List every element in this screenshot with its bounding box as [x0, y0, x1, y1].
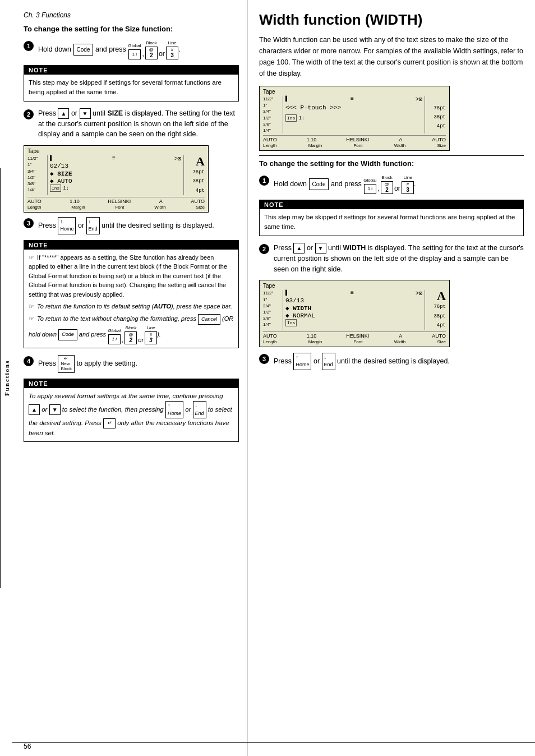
code-key-r: Code — [309, 178, 329, 190]
key-r3: #3 — [402, 181, 414, 194]
left-column: Ch. 3 Functions To change the setting fo… — [12, 0, 248, 756]
side-tab-label: Functions — [3, 360, 10, 396]
lcd-header-3: Tape — [263, 283, 446, 289]
lcd-bottom-bar-3: AUTO 1.10 HELSINKI A AUTO — [263, 331, 446, 339]
page-number: 56 — [24, 743, 31, 750]
key-group-r1: Global 1 i , Block @2 or Line #3 — [363, 174, 414, 194]
step-4-text: Press ↵NewBlock to apply the setting. — [38, 355, 137, 372]
global-key-wrap: Global 1 i — [128, 43, 141, 59]
key-r1: 1 i — [364, 184, 376, 194]
lcd-body-2: 11/2" 1" 3/4" 1/2" 3/8" 1/4" ▌ ≡ >⊠ << — [263, 96, 446, 133]
cancel-key: Cancel — [198, 314, 220, 325]
note-box-3: NOTE To apply several format settings at… — [24, 379, 239, 442]
right-step-2: 2 Press ▲ or ▼ until WIDTH is displayed.… — [259, 243, 524, 275]
note-body-r1: This step may be skipped if settings for… — [260, 209, 523, 236]
key-1: 1 i — [128, 49, 141, 59]
line-key-wrap: Line #3 — [166, 40, 178, 59]
note-box-2: NOTE If "*****" appears as a setting, th… — [24, 240, 239, 349]
note-header-r1: NOTE — [260, 200, 523, 209]
home-key: ↑Home — [58, 217, 76, 234]
lcd-size-col-2: 76pt 38pt 4pt — [425, 96, 446, 133]
divider — [259, 155, 524, 156]
key-group-2: Global 1 i , Block @2 or Line #3 — [108, 325, 157, 344]
right-step-3: 3 Press ↑Home or ↓End until the desired … — [259, 353, 524, 370]
end-key-r: ↓End — [322, 353, 335, 370]
step-1: 1 Hold down Code and press Global 1 i , … — [24, 40, 239, 59]
lcd-header-1: Tape — [27, 148, 205, 154]
note-body-2: If "*****" appears as a setting, the Siz… — [24, 250, 238, 348]
down-arrow-key: ▼ — [80, 108, 91, 119]
note-header-2: NOTE — [24, 241, 238, 250]
note-body-3: To apply several format settings at the … — [24, 388, 238, 442]
main-content: Ch. 3 Functions To change the setting fo… — [12, 0, 535, 756]
page-footer: 56 — [12, 742, 535, 750]
lcd-screen-1: Tape 11/2" 1" 3/4" 1/2" 3/8" 1/4" ▌ — [24, 145, 209, 213]
lcd-bottom-bar-2: AUTO 1.10 HELSINKI A AUTO — [263, 135, 446, 142]
step-3-number: 3 — [24, 218, 34, 228]
note-box-1: NOTE This step may be skipped if setting… — [24, 65, 239, 102]
up-arrow-key-r: ▲ — [293, 243, 305, 253]
up-arrow-key: ▲ — [58, 108, 69, 119]
key-group-1: Global 1 i , Block @2 or Line #3 — [128, 40, 178, 59]
step-1-number: 1 — [24, 41, 34, 51]
lcd-bottom-bar-1: AUTO 1.10 HELSINKI A AUTO — [27, 197, 205, 204]
right-section-title: Width function (WIDTH) — [259, 11, 524, 29]
right-step-1-text: Hold down Code and press Global 1 i , Bl… — [274, 174, 416, 194]
lcd-screen-2: Tape 11/2" 1" 3/4" 1/2" 3/8" 1/4" ▌ — [259, 86, 450, 151]
right-column: Width function (WIDTH) The Width functio… — [248, 0, 535, 756]
left-section-title: To change the setting for the Size funct… — [24, 25, 239, 33]
lcd-main-area-1: ▌ ≡ >⊠ 02/13 ◆ SIZE ◆ AUTO Ins 1: — [48, 155, 183, 195]
right-subsection-title: To change the setting for the Width func… — [259, 159, 524, 168]
right-step-1: 1 Hold down Code and press Global 1 i , … — [259, 174, 524, 194]
side-tab: Functions — [0, 168, 12, 588]
step-3-text: Press ↑Home or ↓End until the desired se… — [38, 217, 214, 234]
block-key-wrap: Block @2 — [145, 40, 158, 59]
key-r2: @2 — [381, 181, 393, 194]
right-step-3-number: 3 — [259, 354, 269, 364]
key-3b: #3 — [145, 331, 157, 344]
right-step-2-number: 2 — [259, 244, 269, 254]
step-2: 2 Press ▲ or ▼ until SIZE is displayed. … — [24, 108, 239, 140]
step-2-number: 2 — [24, 109, 34, 119]
right-step-1-number: 1 — [259, 176, 269, 186]
new-block-key: ↵NewBlock — [58, 355, 75, 372]
lcd-tape-col-1: 11/2" 1" 3/4" 1/2" 3/8" 1/4" — [27, 155, 48, 195]
chapter-heading: Ch. 3 Functions — [24, 11, 239, 19]
step-4-number: 4 — [24, 356, 34, 366]
lcd-main-area-2: ▌ ≡ >⊠ <<< P-touch >>> Ins 1: — [283, 96, 425, 133]
end-key: ↓End — [86, 217, 100, 234]
lcd-size-col-1: A 76pt 38pt 4pt — [183, 155, 205, 195]
note-header-3: NOTE — [24, 379, 238, 388]
code-key-2: Code — [58, 329, 77, 340]
right-step-3-text: Press ↑Home or ↓End until the desired se… — [274, 353, 450, 370]
home-key-r: ↑Home — [293, 353, 311, 370]
lcd-screen-3: Tape 11/2" 1" 3/4" 1/2" 3/8" 1/4" ▌ — [259, 280, 450, 347]
step-3: 3 Press ↑Home or ↓End until the desired … — [24, 217, 239, 234]
lcd-body-1: 11/2" 1" 3/4" 1/2" 3/8" 1/4" ▌ ≡ >⊠ 02 — [27, 155, 205, 195]
step-1-text: Hold down Code and press Global 1 i , Bl… — [38, 40, 181, 59]
intro-text: The Width function can be used with any … — [259, 34, 524, 79]
key-1b: 1 i — [108, 334, 121, 344]
right-step-2-text: Press ▲ or ▼ until WIDTH is displayed. T… — [274, 243, 524, 275]
lcd-header-2: Tape — [263, 89, 446, 95]
step-4: 4 Press ↵NewBlock to apply the setting. — [24, 355, 239, 372]
lcd-tape-col-2: 11/2" 1" 3/4" 1/2" 3/8" 1/4" — [263, 96, 283, 133]
note-box-r1: NOTE This step may be skipped if setting… — [259, 200, 524, 236]
key-3: #3 — [166, 47, 178, 59]
lcd-body-3: 11/2" 1" 3/4" 1/2" 3/8" 1/4" ▌ ≡ >⊠ 03 — [263, 290, 446, 330]
step-2-text: Press ▲ or ▼ until SIZE is displayed. Th… — [38, 108, 239, 140]
code-key: Code — [73, 44, 94, 56]
key-2: @2 — [145, 47, 158, 59]
note-body-1: This step may be skipped if settings for… — [24, 75, 238, 101]
lcd-size-col-3: A 76pt 38pt 4pt — [425, 290, 446, 330]
key-2b: @2 — [124, 331, 137, 344]
down-arrow-key-r: ▼ — [315, 243, 326, 253]
page: Functions Ch. 3 Functions To change the … — [0, 0, 535, 756]
lcd-main-area-3: ▌ ≡ >⊠ 03/13 ◆ WIDTH ◆ NORMAL Ins — [283, 290, 425, 330]
note-header-1: NOTE — [24, 66, 238, 75]
lcd-tape-col-3: 11/2" 1" 3/4" 1/2" 3/8" 1/4" — [263, 290, 283, 330]
